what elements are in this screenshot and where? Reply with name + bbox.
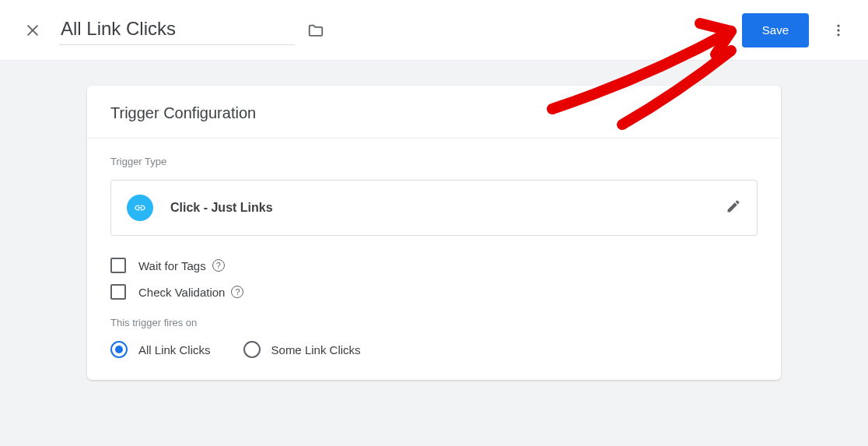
header-bar: Save bbox=[0, 0, 868, 61]
folder-button[interactable] bbox=[307, 22, 324, 39]
save-button[interactable]: Save bbox=[742, 13, 809, 47]
radio-unselected-icon bbox=[243, 341, 261, 358]
trigger-config-card: Trigger Configuration Trigger Type Click… bbox=[87, 86, 781, 380]
radio-all-link-clicks[interactable]: All Link Clicks bbox=[110, 341, 211, 358]
more-vert-icon bbox=[831, 23, 846, 38]
radio-selected-icon bbox=[110, 341, 128, 358]
help-icon[interactable]: ? bbox=[212, 259, 225, 272]
close-button[interactable] bbox=[17, 15, 48, 46]
main-area: Trigger Configuration Trigger Type Click… bbox=[0, 61, 868, 380]
link-icon bbox=[127, 195, 153, 221]
fires-on-label: This trigger fires on bbox=[110, 317, 758, 328]
help-icon[interactable]: ? bbox=[231, 286, 243, 298]
radio-all-label: All Link Clicks bbox=[138, 343, 211, 356]
trigger-type-selector[interactable]: Click - Just Links bbox=[110, 180, 758, 236]
wait-for-tags-label: Wait for Tags bbox=[138, 259, 206, 272]
trigger-type-label: Trigger Type bbox=[110, 156, 758, 167]
card-body: Trigger Type Click - Just Links Wait for… bbox=[87, 139, 781, 358]
title-wrap bbox=[59, 15, 742, 45]
fires-on-radio-group: All Link Clicks Some Link Clicks bbox=[110, 341, 758, 358]
wait-for-tags-checkbox[interactable]: Wait for Tags ? bbox=[110, 258, 758, 273]
close-icon bbox=[24, 22, 41, 39]
more-menu-button[interactable] bbox=[823, 15, 854, 46]
check-validation-label: Check Validation bbox=[138, 286, 225, 299]
radio-some-link-clicks[interactable]: Some Link Clicks bbox=[243, 341, 361, 358]
radio-some-label: Some Link Clicks bbox=[271, 343, 361, 356]
checkbox-icon bbox=[110, 284, 126, 300]
pencil-icon bbox=[726, 198, 741, 214]
check-validation-checkbox[interactable]: Check Validation ? bbox=[110, 284, 758, 300]
folder-icon bbox=[307, 22, 324, 39]
svg-point-3 bbox=[837, 29, 839, 31]
svg-point-2 bbox=[837, 24, 839, 26]
fires-on-section: This trigger fires on All Link Clicks So… bbox=[110, 317, 758, 358]
trigger-type-value: Click - Just Links bbox=[170, 201, 726, 215]
checkbox-icon bbox=[110, 258, 126, 273]
card-title: Trigger Configuration bbox=[87, 86, 781, 139]
edit-trigger-type-button[interactable] bbox=[726, 198, 741, 217]
trigger-name-input[interactable] bbox=[59, 15, 295, 45]
svg-point-4 bbox=[837, 33, 839, 36]
